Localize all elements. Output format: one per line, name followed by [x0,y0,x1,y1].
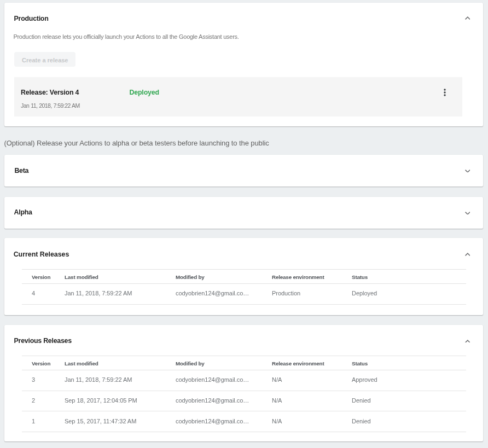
cell-version: 2 [22,391,65,411]
beta-panel-title: Beta [14,167,28,174]
previous-releases-panel: Previous Releases Version Last modified … [4,325,483,441]
cell-last-modified: Sep 18, 2017, 12:04:05 PM [65,391,176,411]
column-header-version: Version [22,270,65,284]
table-header-row: Version Last modified Modified by Releas… [22,270,466,284]
collapse-previous-releases-button[interactable] [461,335,474,348]
collapse-production-button[interactable] [461,11,474,25]
chevron-down-icon [465,170,470,173]
cell-status: Denied [352,411,466,432]
cell-last-modified: Jan 11, 2018, 7:59:22 AM [65,284,176,305]
more-vert-icon [444,89,446,96]
column-header-last-modified: Last modified [65,356,176,370]
table-header-row: Version Last modified Modified by Releas… [22,356,466,370]
table-row: 4 Jan 11, 2018, 7:59:22 AM codyobrien124… [22,284,466,305]
cell-version: 1 [22,411,65,432]
current-releases-table: Version Last modified Modified by Releas… [22,269,466,305]
cell-version: 3 [22,370,65,391]
create-release-button[interactable]: Create a release [14,52,75,67]
cell-release-environment: N/A [272,411,352,432]
chevron-up-icon [465,16,470,20]
current-releases-title: Current Releases [14,251,69,258]
expand-beta-button[interactable] [461,165,474,178]
collapse-current-releases-button[interactable] [461,248,474,261]
column-header-version: Version [22,356,65,370]
production-description: Production release lets you officially l… [13,34,239,40]
cell-modified-by: codyobrien124@gmail.co… [176,370,272,391]
cell-release-environment: N/A [272,370,352,391]
table-row: 3 Jan 11, 2018, 7:59:22 AM codyobrien124… [22,370,466,391]
release-date: Jan 11, 2018, 7:59:22 AM [21,103,80,109]
cell-release-environment: N/A [272,391,352,411]
chevron-up-icon [465,253,470,256]
release-status-deployed: Deployed [129,89,159,96]
column-header-status: Status [352,270,466,284]
optional-note: (Optional) Release your Actions to alpha… [4,139,269,147]
column-header-status: Status [352,356,466,370]
cell-modified-by: codyobrien124@gmail.co… [176,391,272,411]
cell-release-environment: Production [272,284,352,305]
cell-modified-by: codyobrien124@gmail.co… [176,411,272,432]
cell-status: Deployed [352,284,466,305]
cell-status: Approved [352,370,466,391]
previous-releases-title: Previous Releases [14,338,72,344]
cell-last-modified: Jan 11, 2018, 7:59:22 AM [65,370,176,391]
expand-alpha-button[interactable] [461,207,474,220]
cell-modified-by: codyobrien124@gmail.co… [176,284,272,305]
release-menu-button[interactable] [438,86,451,99]
alpha-panel-title: Alpha [14,209,32,216]
column-header-modified-by: Modified by [176,270,272,284]
cell-version: 4 [22,284,65,305]
previous-releases-table: Version Last modified Modified by Releas… [22,356,466,432]
chevron-up-icon [465,340,470,343]
production-panel-title: Production [14,15,49,22]
beta-panel[interactable]: Beta [4,155,483,187]
column-header-last-modified: Last modified [65,270,176,284]
column-header-modified-by: Modified by [176,356,272,370]
cell-status: Denied [352,391,466,411]
cell-last-modified: Sep 15, 2017, 11:47:32 AM [65,411,176,432]
column-header-release-environment: Release environment [272,270,352,284]
table-row: 1 Sep 15, 2017, 11:47:32 AM codyobrien12… [22,411,466,432]
column-header-release-environment: Release environment [272,356,352,370]
release-title: Release: Version 4 [21,89,79,96]
alpha-panel[interactable]: Alpha [4,197,483,229]
production-panel: Production Production release lets you o… [4,3,483,126]
current-releases-panel: Current Releases Version Last modified M… [4,238,483,315]
chevron-down-icon [465,212,470,215]
release-summary-panel: Release: Version 4 Deployed Jan 11, 2018… [14,77,462,117]
table-row: 2 Sep 18, 2017, 12:04:05 PM codyobrien12… [22,391,466,411]
